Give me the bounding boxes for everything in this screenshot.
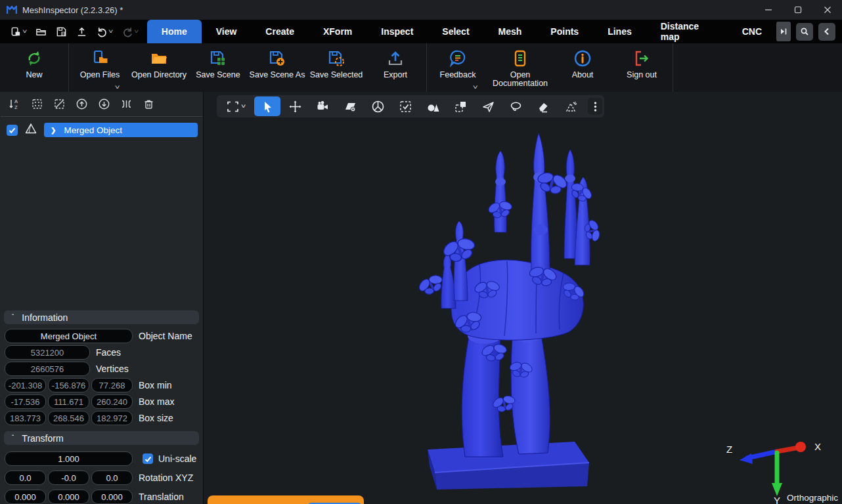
open-files-icon (91, 49, 109, 68)
deselect-all-button[interactable] (53, 98, 66, 111)
minimize-button[interactable] (753, 0, 783, 20)
open-directory-button[interactable]: Open Directory (129, 43, 188, 92)
more-tools-button[interactable] (588, 98, 602, 115)
rename-button[interactable] (120, 98, 133, 111)
select-all-button[interactable] (30, 98, 43, 111)
pin-panel-icon (779, 27, 788, 36)
about-button[interactable]: About (553, 43, 612, 92)
save-selected-icon (327, 49, 345, 68)
tab-lines[interactable]: Lines (593, 20, 646, 43)
move-down-button[interactable] (97, 98, 110, 111)
maximize-icon (794, 6, 802, 14)
save-button[interactable] (53, 24, 70, 39)
lasso-tool-button[interactable] (502, 96, 529, 116)
redo-button[interactable]: ˅ (120, 24, 141, 39)
open-files-button[interactable]: Open Files ˅ (70, 43, 129, 92)
translation-z-input[interactable]: 0.000 (91, 490, 133, 504)
box-max-x: -17.536 (5, 394, 46, 409)
x-axis-label: X (814, 441, 821, 452)
window-title: MeshInspector (2.2.3.26) * (22, 5, 123, 15)
box-min-x: -201.308 (5, 378, 46, 392)
import-button[interactable] (74, 24, 90, 39)
open-documentation-button[interactable]: Open Documentation (487, 43, 553, 92)
search-button[interactable] (796, 23, 813, 41)
chevron-down-icon: ˅ (241, 103, 246, 110)
trackball-tool-button[interactable] (365, 96, 391, 116)
transform-section-header[interactable]: ˆ͏ Transform (4, 431, 199, 445)
sign-out-button[interactable]: Sign out (612, 43, 671, 92)
scene-panel: A Z (0, 92, 204, 504)
information-section-header[interactable]: ˆ͏ Information (4, 310, 199, 324)
box-max-label: Box max (139, 396, 174, 407)
y-axis-arrow (772, 483, 782, 496)
tree-item-label: Merged Object (64, 125, 122, 135)
tab-points[interactable]: Points (536, 20, 593, 43)
open-icon (35, 26, 47, 37)
rotation-y-input[interactable]: -0.0 (48, 471, 89, 485)
meshinspector-window: MeshInspector (2.2.3.26) * ˅ (0, 0, 842, 504)
box-max-y: 111.671 (48, 394, 89, 409)
plane-tool-button[interactable] (475, 96, 501, 116)
feedback-button[interactable]: Feedback ˅ (428, 43, 487, 92)
scene-menu-icon (11, 26, 22, 37)
new-icon (25, 49, 43, 68)
collapse-ribbon-button[interactable] (818, 23, 835, 41)
export-icon (386, 49, 405, 68)
information-section-title: Information (22, 312, 68, 323)
tab-home[interactable]: Home (147, 20, 202, 43)
translation-y-input[interactable]: 0.000 (48, 490, 89, 504)
faces-label: Faces (96, 347, 121, 358)
shape-select-icon (426, 100, 440, 114)
scene-tree-empty-area[interactable] (0, 138, 203, 308)
rotation-z-input[interactable]: 0.0 (91, 471, 133, 485)
sort-icon: A Z (9, 98, 21, 110)
scene-menu-button[interactable]: ˅ (8, 24, 29, 39)
save-selected-button[interactable]: Save Selected (307, 43, 366, 92)
rename-icon (120, 98, 133, 110)
save-scene-as-button[interactable]: Save Scene As (248, 43, 307, 92)
tab-mesh[interactable]: Mesh (484, 20, 537, 43)
clone-region-tool-button[interactable] (447, 96, 474, 116)
tab-inspect[interactable]: Inspect (366, 20, 428, 43)
tab-view[interactable]: View (202, 20, 252, 43)
undo-button[interactable]: ˅ (94, 24, 115, 39)
tab-select[interactable]: Select (428, 20, 483, 43)
tab-cnc[interactable]: CNC (728, 20, 776, 43)
maximize-button[interactable] (783, 0, 812, 20)
eraser-tool-button[interactable] (530, 96, 556, 116)
export-button[interactable]: Export (366, 43, 425, 92)
camera-tool-button[interactable] (309, 96, 336, 116)
object-name-input[interactable]: Merged Object (5, 329, 133, 343)
tab-distance-map[interactable]: Distance map (646, 20, 728, 43)
translation-x-input[interactable]: 0.000 (5, 490, 46, 504)
pin-panel-button[interactable] (776, 22, 791, 41)
open-button[interactable] (33, 24, 49, 39)
select-tool-button[interactable] (254, 96, 280, 116)
shape-select-tool-button[interactable] (420, 96, 446, 116)
visibility-checkbox[interactable] (7, 125, 18, 136)
object-name-label: Object Name (139, 331, 192, 341)
projection-mode-label[interactable]: Orthographic (787, 493, 838, 503)
fit-view-button[interactable]: ˅ (219, 96, 253, 116)
tab-create[interactable]: Create (251, 20, 309, 43)
viewport-3d[interactable]: ˅ (204, 92, 842, 504)
plane-edit-tool-button[interactable] (337, 96, 363, 116)
delete-button[interactable] (142, 98, 155, 111)
sort-button[interactable]: A Z (8, 98, 21, 111)
rect-select-tool-button[interactable] (392, 96, 418, 116)
close-button[interactable] (812, 0, 842, 20)
uni-scale-checkbox[interactable] (143, 453, 153, 464)
tab-xform[interactable]: XForm (309, 20, 366, 43)
save-scene-button[interactable]: Save Scene (188, 43, 248, 92)
move-up-button[interactable] (75, 98, 88, 111)
about-icon (573, 49, 592, 68)
magic-select-tool-button[interactable] (558, 96, 584, 116)
scale-input[interactable]: 1.000 (5, 452, 133, 466)
vertices-label: Vertices (96, 364, 129, 374)
rotation-x-input[interactable]: 0.0 (5, 471, 46, 485)
box-size-y: 268.546 (48, 411, 89, 425)
move-tool-button[interactable] (282, 96, 308, 116)
rotation-label: Rotation XYZ (139, 472, 193, 483)
new-button[interactable]: New (1, 43, 67, 92)
tree-item-merged-object[interactable]: ❯ Merged Object (44, 123, 198, 137)
